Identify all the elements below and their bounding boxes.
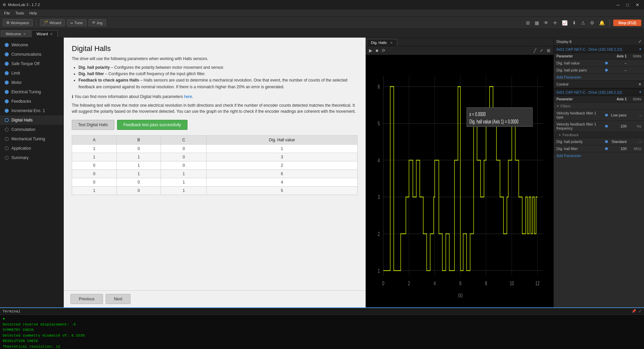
wizard-button[interactable]: 🪄 Wizard (40, 19, 65, 26)
gear-icon[interactable]: ⚙ (589, 19, 596, 26)
terminal-content: ● Detected reverse displacement: -5SYMME… (0, 315, 644, 349)
table-cell-col3: 4 (207, 178, 358, 186)
widgets-icon[interactable]: ⊞ (525, 19, 531, 26)
titlebar: ⚙ MotionLab 3 - 1.7.2 ─ □ ✕ (0, 0, 644, 9)
chart-tab-dig-halls[interactable]: Dig. Halls ✕ (367, 39, 397, 46)
maximize-button[interactable]: □ (624, 2, 631, 8)
close-welcome-tab[interactable]: ✕ (23, 32, 26, 36)
content-bullets: Dig. hall polarity – Configures the pola… (78, 64, 358, 90)
menu-tools[interactable]: Tools (13, 10, 27, 16)
table-icon[interactable]: ▦ (533, 19, 540, 26)
minimize-button[interactable]: ─ (614, 2, 622, 8)
stop-button[interactable]: Stop (F12) (613, 19, 641, 26)
chart-toolbar: ▶ ■ ⟳ ╱ ⤢ ⊞ (366, 46, 553, 55)
sidebar-dot-communications (5, 52, 9, 56)
chart-icon[interactable]: 📈 (560, 19, 569, 26)
bullet-1-term: Dig. hall polarity (78, 65, 110, 70)
jog-button[interactable]: ⟳ Jog (89, 19, 106, 26)
eye-icon[interactable]: 👁 (542, 19, 550, 26)
rp-expand-section2[interactable]: ▾ (639, 90, 641, 94)
table-cell-col0: 1 (72, 153, 117, 161)
svg-text:0: 0 (382, 280, 384, 287)
chart-refresh-button[interactable]: ⟳ (381, 47, 386, 54)
control-close-icon[interactable]: ✕ (638, 82, 641, 87)
sidebar-item-commutation[interactable]: Commutation (0, 125, 63, 134)
sidebar-dot-mechanical-tuning (5, 137, 9, 141)
terminal-controls: 📌 ⤢ (632, 309, 641, 313)
previous-button[interactable]: Previous (70, 294, 103, 304)
svg-text:x = 0.0000: x = 0.0000 (469, 111, 486, 117)
chart-area: 1 2 3 4 5 6 0 2 4 6 8 10 12 (s) x (366, 55, 553, 307)
terminal: Terminal 📌 ⤢ ● Detected reverse displace… (0, 307, 644, 349)
info-note: ℹ You can find more information about Di… (72, 94, 358, 100)
sidebar-item-mechanical-tuning[interactable]: Mechanical Tuning (0, 134, 63, 144)
sidebar-item-feedbacks[interactable]: Feedbacks (0, 97, 63, 106)
feedback-success-label: Feedback test pass successfully (117, 120, 187, 130)
chart-grid-icon[interactable]: ⊞ (546, 47, 551, 54)
chart-expand-icon[interactable]: ⤢ (539, 47, 544, 54)
rp-expand-section1[interactable]: ▾ (639, 47, 641, 51)
sidebar-item-incremental-enc[interactable]: Incremental Enc. 1 (0, 106, 63, 115)
terminal-prompt: ● (3, 316, 641, 322)
sidebar-item-communications[interactable]: Communications (0, 50, 63, 59)
terminal-line: Detected reverse displacement: -5 (3, 322, 641, 328)
table-cell-col0: 0 (72, 169, 117, 178)
sidebar-item-electrical-tuning[interactable]: Electrical Tuning (0, 87, 63, 97)
tab-wizard[interactable]: Wizard ✕ (32, 30, 58, 37)
bell-icon[interactable]: 🔔 (598, 19, 606, 26)
table-cell-col0: 0 (72, 161, 117, 169)
close-chart-tab[interactable]: ✕ (390, 41, 393, 45)
close-button[interactable]: ✕ (634, 2, 641, 8)
chart-panel: Dig. Halls ✕ ▶ ■ ⟳ ╱ ⤢ ⊞ (366, 38, 553, 307)
sidebar-item-digital-halls[interactable]: Digital Halls (0, 115, 63, 125)
tune-button[interactable]: ∞ Tune (67, 19, 87, 26)
table-header-b: B (116, 135, 161, 144)
chart-play-button[interactable]: ▶ (368, 47, 373, 54)
close-wizard-tab[interactable]: ✕ (50, 32, 53, 36)
terminal-header: Terminal 📌 ⤢ (0, 308, 644, 315)
crosshair-icon[interactable]: ✛ (552, 19, 558, 26)
wizard-content: Digital Halls The drive will use the fol… (64, 38, 366, 307)
next-button[interactable]: Next (106, 294, 131, 304)
rp-param-header-2: Parameter Axis 1 Units (554, 96, 644, 103)
chart-line-icon[interactable]: ╱ (533, 47, 537, 54)
sidebar-item-safe-torque-off[interactable]: Safe Torque Off (0, 59, 63, 68)
table-cell-col3: 5 (207, 186, 358, 195)
table-cell-col1: 1 (116, 169, 161, 178)
terminal-expand-icon[interactable]: ⤢ (638, 309, 641, 313)
arrow-down-icon[interactable]: ⬇ (571, 19, 578, 26)
info-link[interactable]: here (184, 94, 192, 99)
sidebar-item-summary[interactable]: Summary (0, 153, 63, 162)
warning-icon[interactable]: ⚠ (580, 19, 587, 26)
table-cell-col0: 1 (72, 186, 117, 195)
rp-expand-icon[interactable]: ⤢ (638, 39, 641, 44)
rp-vel-filter-freq: Velocity feedback filter 1 frequency 100… (554, 121, 644, 132)
pause-icon[interactable]: ⏸ (569, 40, 572, 44)
table-row: 1103 (72, 153, 358, 161)
terminal-line: SYMMETRY CHECK (3, 327, 641, 333)
tab-welcome[interactable]: Welcome ✕ (1, 30, 31, 37)
menu-help[interactable]: Help (26, 10, 40, 16)
svg-text:5: 5 (378, 120, 380, 127)
menubar: File Tools Help (0, 9, 644, 17)
workspace-button[interactable]: ⊞ Workspace (3, 19, 33, 26)
terminal-pin-icon[interactable]: 📌 (632, 309, 636, 313)
sidebar-item-application[interactable]: Application (0, 144, 63, 153)
sidebar-item-motor[interactable]: Motor (0, 78, 63, 87)
app-icon: ⚙ (3, 3, 6, 7)
chart-stop-button[interactable]: ■ (375, 47, 379, 54)
add-parameter-1-button[interactable]: Add Parameter (554, 74, 644, 81)
bullet-3-term: Feedback to check agains Halls (78, 78, 139, 83)
sidebar-item-limit[interactable]: Limit (0, 68, 63, 78)
sidebar-item-welcome[interactable]: Welcome (0, 40, 63, 50)
table-cell-col1: 1 (116, 161, 161, 169)
table-cell-col3: 3 (207, 153, 358, 161)
test-digital-halls-button[interactable]: Test Digital Halls (72, 120, 114, 130)
toolbar: ⊞ Workspace 🪄 Wizard ∞ Tune ⟳ Jog ⊞ ▦ 👁 … (0, 17, 644, 29)
menu-file[interactable]: File (1, 10, 13, 16)
svg-text:Dig. hall value (Axis 1) = 0.0: Dig. hall value (Axis 1) = 0.0000 (469, 119, 518, 125)
tune-icon: ∞ (70, 21, 73, 25)
table-cell-col2: 1 (161, 186, 207, 195)
add-parameter-2-button[interactable]: Add Parameter (554, 152, 644, 159)
sidebar-dot-motor (5, 81, 9, 85)
